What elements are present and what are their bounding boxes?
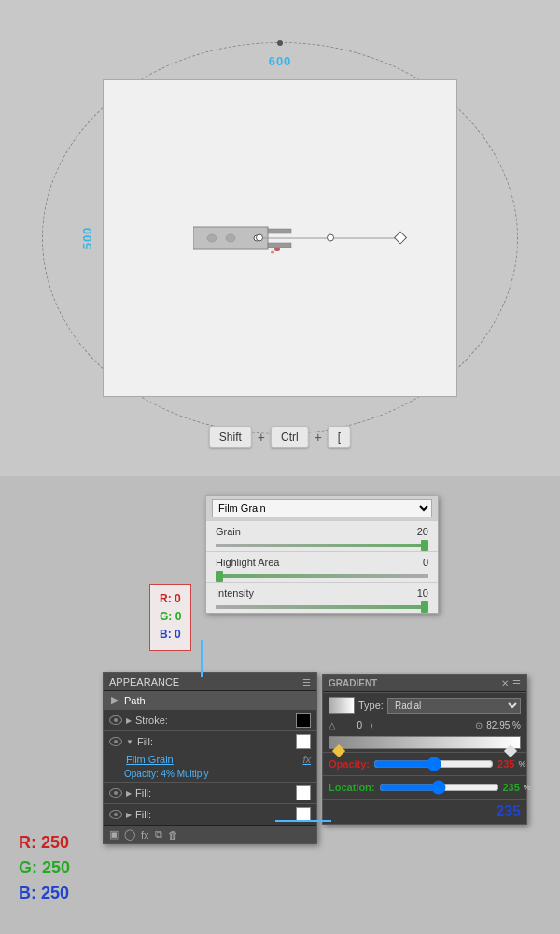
grain-slider-thumb[interactable] xyxy=(421,540,428,551)
highlight-value: 0 xyxy=(400,557,428,568)
gradient-angle-row: △ 0 ⟩ ⊙ 82.95 % xyxy=(323,717,526,733)
rgb-b-value: B: 0 xyxy=(160,626,181,644)
gradient-color-g-row: Location: 235 % xyxy=(323,775,526,799)
copy-icon[interactable]: ⧉ xyxy=(155,828,162,841)
canvas-rectangle: 600 500 xyxy=(103,79,457,397)
fill-label-2: Fill: xyxy=(135,787,292,799)
svg-rect-1 xyxy=(268,229,291,234)
intensity-slider-thumb[interactable] xyxy=(421,601,428,613)
grain-row: Grain 20 xyxy=(206,520,438,542)
svg-point-6 xyxy=(271,251,274,254)
film-grain-link[interactable]: Film Grain xyxy=(126,754,174,765)
grain-slider[interactable] xyxy=(216,544,428,547)
gradient-type-label: Type: xyxy=(358,700,384,711)
gradient-panel: GRADIENT ✕ ☰ Type: Radial △ 0 ⟩ ⊙ 82.95 … xyxy=(322,674,527,825)
gradient-type-select[interactable]: Radial xyxy=(387,698,521,714)
svg-rect-2 xyxy=(268,243,291,248)
fill-eye-icon-3[interactable] xyxy=(109,810,122,819)
bracket-key[interactable]: [ xyxy=(328,426,351,448)
rgb-popup: R: 0 G: 0 B: 0 xyxy=(149,584,191,651)
shift-key[interactable]: Shift xyxy=(209,426,252,448)
gradient-r-label: Opacity: xyxy=(329,758,370,770)
fg-header: Film Grain xyxy=(206,496,438,520)
appearance-header: APPEARANCE ☰ xyxy=(104,673,316,691)
grain-slider-row xyxy=(206,542,438,551)
gradient-g-percent: % xyxy=(524,783,531,792)
fill-eye-icon-2[interactable] xyxy=(109,788,122,798)
fill-swatch-2[interactable] xyxy=(296,785,311,800)
film-grain-link-row: Film Grain fx xyxy=(104,752,316,767)
svg-point-3 xyxy=(207,234,217,242)
opacity-icon[interactable]: ◯ xyxy=(124,828,135,841)
fill-swatch-1[interactable] xyxy=(296,734,311,749)
gradient-r-value: 235 xyxy=(497,758,514,770)
gradient-r-percent: % xyxy=(518,759,525,769)
rgb-g-value: G: 0 xyxy=(160,608,181,626)
intensity-row: Intensity 10 xyxy=(206,582,438,603)
gradient-menu-icon[interactable]: ☰ xyxy=(512,678,521,688)
film-grain-panel: Film Grain Grain 20 Highlight Area 0 Int… xyxy=(205,495,439,614)
opacity-blend: Multiply xyxy=(177,769,209,779)
gradient-swatch xyxy=(329,697,355,714)
center-dot xyxy=(277,40,283,46)
ctrl-key[interactable]: Ctrl xyxy=(271,426,309,448)
rgb-bottom-left: R: 250 G: 250 B: 250 xyxy=(19,830,70,906)
rgb-bl-r: R: 250 xyxy=(19,830,70,856)
grain-label: Grain xyxy=(216,526,400,537)
gradient-location-slider[interactable] xyxy=(379,780,499,795)
gradient-line xyxy=(256,238,405,239)
svg-point-4 xyxy=(226,234,235,242)
fill-label-3: Fill: xyxy=(135,809,292,820)
rgb-r-value: R: 0 xyxy=(160,590,181,608)
stroke-eye-icon[interactable] xyxy=(109,715,122,725)
appearance-menu-icon[interactable]: ☰ xyxy=(302,677,311,687)
highlight-slider[interactable] xyxy=(216,574,428,578)
gradient-bar xyxy=(329,736,521,749)
gradient-header: GRADIENT ✕ ☰ xyxy=(323,675,526,692)
gradient-g-value: 235 xyxy=(503,782,520,793)
gradient-percent-value: 82.95 % xyxy=(486,720,521,730)
gradient-arrow-icon: ⟩ xyxy=(370,720,373,730)
plus-sign-2: + xyxy=(315,430,322,445)
gradient-close-icon[interactable]: ✕ xyxy=(501,678,509,688)
gradient-opacity-slider[interactable] xyxy=(373,757,494,771)
fx-add-icon[interactable]: fx xyxy=(141,829,149,841)
rgb-bl-b: B: 250 xyxy=(19,881,70,906)
stroke-arrow: ▶ xyxy=(126,716,132,725)
stroke-swatch[interactable] xyxy=(296,713,311,728)
appearance-panel: APPEARANCE ☰ ▶ Path ▶ Stroke: ▼ Fill: xyxy=(103,672,317,844)
intensity-label: Intensity xyxy=(216,587,400,599)
fill-arrow-1: ▼ xyxy=(126,738,133,746)
opacity-row: Opacity: 4% Multiply xyxy=(104,767,316,782)
gradient-handle-start[interactable] xyxy=(256,234,263,242)
intensity-value: 10 xyxy=(400,587,428,599)
path-row: ▶ Path xyxy=(104,691,316,709)
gradient-title: GRADIENT xyxy=(329,678,377,688)
gradient-g-label: Location: xyxy=(329,782,375,793)
stroke-label: Stroke: xyxy=(135,715,292,726)
trash-icon[interactable]: 🗑 xyxy=(168,829,178,841)
fill-arrow-2: ▶ xyxy=(126,789,132,798)
highlight-slider-thumb[interactable] xyxy=(216,571,223,582)
appearance-bottom-bar: ▣ ◯ fx ⧉ 🗑 xyxy=(104,825,316,843)
plus-sign-1: + xyxy=(258,430,265,445)
gradient-handle-mid[interactable] xyxy=(327,234,334,242)
appearance-title: APPEARANCE xyxy=(109,676,179,687)
fill-eye-icon-1[interactable] xyxy=(109,737,122,746)
height-label: 500 xyxy=(80,227,94,250)
gradient-angle-value: 0 xyxy=(340,720,362,730)
layer-icon[interactable]: ▣ xyxy=(109,828,119,841)
fill-row-2: ▶ Fill: xyxy=(104,782,316,803)
svg-point-5 xyxy=(274,248,280,251)
fill-arrow-3: ▶ xyxy=(126,811,132,819)
film-grain-dropdown[interactable]: Film Grain xyxy=(212,499,432,517)
gradient-handle-end[interactable] xyxy=(393,231,406,244)
intensity-slider[interactable] xyxy=(216,605,428,609)
canvas-area: 600 500 xyxy=(0,0,560,476)
bottom-area: Film Grain Grain 20 Highlight Area 0 Int… xyxy=(0,476,560,934)
stroke-row: ▶ Stroke: xyxy=(104,709,316,730)
gradient-color-b-row: 235 xyxy=(323,799,526,824)
opacity-label: Opacity: xyxy=(124,769,161,779)
rgb-bl-g: G: 250 xyxy=(19,856,70,881)
gradient-percent-icon: ⊙ xyxy=(475,720,483,730)
